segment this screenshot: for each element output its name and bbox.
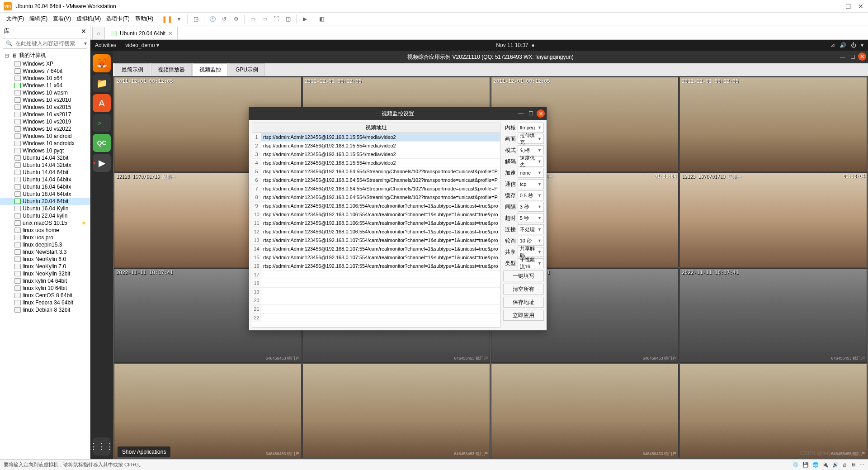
video-tab[interactable]: GPU示例 [229,63,265,76]
address-row[interactable]: 13rtsp://admin:Admin123456@192.168.0.107… [252,236,500,245]
vapp-minimize-button[interactable]: — [838,52,847,62]
video-cell[interactable]: 2011-12-01 00:12:05 [679,77,867,171]
address-cell[interactable]: rtsp://admin:Admin123456@192.168.0.64:55… [261,167,500,176]
address-cell[interactable]: rtsp://admin:Admin123456@192.168.0.64:55… [261,185,500,193]
pause-vm-button[interactable]: ❚❚ [162,14,173,24]
vm-tree-item[interactable]: Windows 10 vs2010 [0,96,90,104]
vm-tree-item[interactable]: linux Fedora 34 64bit [0,299,90,306]
video-cell[interactable]: 646456453 镜门户 [114,364,302,458]
dialog-action-button[interactable]: 保存地址 [503,297,544,308]
address-row[interactable]: 16rtsp://admin:Admin123456@192.168.0.107… [252,262,500,271]
home-tab-button[interactable]: ⌂ [92,27,105,39]
video-cell[interactable]: 646456453 镜门户 [302,364,490,458]
address-cell[interactable]: rtsp://admin:Admin123456@192.168.0.106:5… [261,228,500,236]
manage-icon[interactable]: ⚙ [231,14,241,24]
address-row[interactable]: 22 [252,313,500,322]
close-button[interactable]: ✕ [857,3,864,10]
maximize-button[interactable]: ☐ [844,3,852,10]
clock-icon[interactable]: 🕐 [207,14,218,24]
dialog-close-button[interactable]: ✕ [537,109,545,118]
dialog-action-button[interactable]: 立即应用 [503,310,544,321]
vapp-close-button[interactable]: ✕ [858,52,866,61]
video-cell[interactable]: 12123 1970/01/19 星期一01:33:04 [679,172,867,267]
status-usb-icon[interactable]: 🔌 [822,462,829,468]
address-cell[interactable]: rtsp://admin:Admin123456@192.168.0.106:5… [261,210,500,218]
vm-tree-item[interactable]: linux NeoKylin 6.0 [0,256,90,263]
address-cell[interactable] [261,313,500,322]
address-cell[interactable]: rtsp://admin:Admin123456@192.168.0.106:5… [261,202,500,210]
address-cell[interactable]: rtsp://admin:Admin123456@192.168.0.107:5… [261,236,500,244]
vm-tree-item[interactable]: Ubuntu 14.04 64bit [0,169,90,176]
option-select[interactable]: 速度优先▼ [518,157,544,166]
library-search[interactable]: 🔍 ▾ [3,38,87,49]
address-row[interactable]: 1rtsp://admin:Admin123456@192.168.0.15:5… [252,133,500,142]
vm-tree-item[interactable]: Ubuntu 16.04 64bitx [0,183,90,190]
snapshot-button[interactable]: ◳ [190,14,201,24]
dialog-action-button[interactable]: 一键填写 [503,271,544,281]
vm-dropdown-button[interactable]: ▾ [174,14,184,24]
vm-tree-item[interactable]: Windows 10 vs2015 [0,104,90,111]
menu-item[interactable]: 编辑(E) [27,14,50,24]
status-device-icon[interactable]: 💿 [793,462,799,468]
address-row[interactable]: 15rtsp://admin:Admin123456@192.168.0.107… [252,253,500,262]
vm-tree-item[interactable]: Windows 7 64bit [0,67,90,75]
status-more-icon[interactable]: ⋯ [859,462,864,468]
address-row[interactable]: 21 [252,305,500,313]
console-icon[interactable]: ▶ [299,14,310,24]
video-tab[interactable]: 视频播放器 [151,63,192,76]
option-select[interactable]: ffmpeg▼ [518,123,544,133]
vm-tree-item[interactable]: Ubuntu 14.04 64bitx [0,176,90,183]
volume-icon[interactable]: 🔊 [840,42,846,48]
status-sound-icon[interactable]: 🔊 [832,462,839,468]
menu-item[interactable]: 查看(V) [50,14,74,24]
dock-running-app-icon[interactable]: ▶ [93,154,111,172]
status-printer-icon[interactable]: 🖨 [842,462,847,468]
power-icon[interactable]: ⏻ [851,42,856,48]
view-multi-icon[interactable]: ▭ [259,14,270,24]
video-tab[interactable]: 最简示例 [115,63,150,76]
vm-tree-item[interactable]: linux uos pro [0,234,90,241]
address-row[interactable]: 14rtsp://admin:Admin123456@192.168.0.107… [252,245,500,253]
address-row[interactable]: 6rtsp://admin:Admin123456@192.168.0.64:5… [252,176,500,185]
vm-tree-item[interactable]: Windows 10 androidx [0,140,90,147]
status-hdd-icon[interactable]: 💾 [802,462,809,468]
vm-tree-item[interactable]: linux NewStart 3.3 [0,248,90,256]
vm-tree-item[interactable]: linux kylin 10 64bit [0,285,90,292]
vm-tree-item[interactable]: Windows 11 x64 [0,82,90,89]
library-toggle-icon[interactable]: ◧ [316,14,327,24]
address-cell[interactable]: rtsp://admin:Admin123456@192.168.0.15:55… [261,133,500,141]
address-row[interactable]: 18 [252,279,500,288]
dock-apps-icon[interactable]: ⋮⋮⋮ [93,437,111,456]
vm-tree-item[interactable]: Windows 10 x64 [0,75,90,82]
address-cell[interactable] [261,279,500,287]
revert-icon[interactable]: ↺ [219,14,230,24]
vm-tree-item[interactable]: Ubuntu 20.04 64bit [0,198,90,205]
vm-tree-item[interactable]: Windows 10 vs2017 [0,111,90,118]
vapp-maximize-button[interactable]: ☐ [848,52,857,62]
tree-root[interactable]: ⊟ 🖥 我的计算机 [0,51,90,60]
vm-tree-item[interactable]: Ubuntu 22.04 kylin [0,212,90,219]
address-cell[interactable] [261,288,500,296]
vm-tree-item[interactable]: linux kylin 04 64bit [0,277,90,285]
vm-tree-item[interactable]: linux deepin15.3 [0,241,90,248]
video-cell[interactable]: 2022-11-11 10:37:41646456453 镜门户 [679,268,867,363]
tab-close-icon[interactable]: ✕ [168,30,173,37]
app-menu-button[interactable]: video_demo ▾ [125,42,159,48]
menu-item[interactable]: 文件(F) [4,14,27,24]
vm-tree-item[interactable]: unix macOS 10.15★ [0,219,90,227]
vm-tree-item[interactable]: Ubuntu 16.04 Kylin [0,205,90,212]
menu-item[interactable]: 选项卡(T) [104,14,132,24]
address-cell[interactable] [261,271,500,279]
address-row[interactable]: 3rtsp://admin:Admin123456@192.168.0.15:5… [252,150,500,159]
dock-terminal-icon[interactable]: >_ [93,114,111,132]
vm-tab[interactable]: Ubuntu 20.04 64bit ✕ [106,27,178,39]
activities-button[interactable]: Activities [95,42,116,48]
menu-item[interactable]: 帮助(H) [132,14,156,24]
address-row[interactable]: 19 [252,288,500,296]
view-single-icon[interactable]: ▭ [247,14,258,24]
vm-tree-item[interactable]: Windows 10 vs2019 [0,118,90,125]
option-select[interactable]: none▼ [518,168,544,178]
vm-tree-item[interactable]: linux NeoKylin 7.0 [0,263,90,270]
option-select[interactable]: 5 秒▼ [518,213,544,223]
address-cell[interactable] [261,305,500,313]
